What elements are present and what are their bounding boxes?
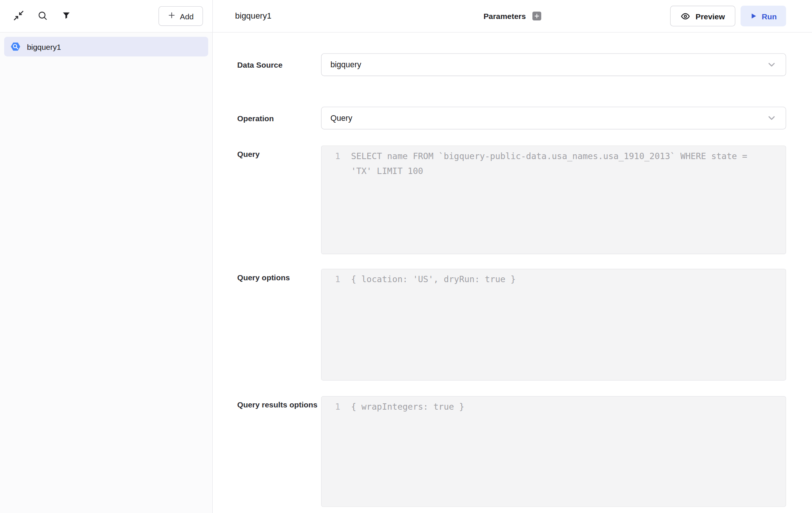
bigquery-icon [10, 41, 21, 52]
add-query-button-label: Add [180, 12, 194, 20]
query-list-item-label: bigquery1 [27, 42, 61, 51]
query-results-options-row: Query results options 1 { wrapIntegers: … [237, 396, 786, 507]
add-parameter-button[interactable] [532, 12, 541, 20]
data-source-select[interactable]: bigquery [321, 53, 786, 76]
plus-icon [534, 13, 540, 19]
query-results-options-placeholder: { wrapIntegers: true } [342, 399, 786, 414]
line-number: 1 [322, 399, 342, 414]
query-options-label: Query options [237, 269, 321, 285]
parameters-group: Parameters [483, 12, 541, 20]
play-icon [750, 12, 757, 20]
eye-icon [680, 11, 690, 21]
preview-button[interactable]: Preview [670, 6, 735, 26]
query-sidebar: Add bigquery1 [0, 0, 213, 513]
sidebar-toolbar: Add [0, 0, 212, 33]
operation-value: Query [331, 113, 352, 123]
query-form: Data Source bigquery Operation [213, 33, 812, 513]
plus-icon [168, 12, 176, 21]
filter-button[interactable] [60, 10, 72, 22]
operation-row: Operation Query [237, 107, 786, 129]
collapse-diagonal-icon [13, 10, 25, 23]
data-source-row: Data Source bigquery [237, 53, 786, 76]
chevron-down-icon [766, 113, 777, 123]
query-header: bigquery1 Parameters [213, 0, 812, 33]
query-options-editor[interactable]: 1 { location: 'US', dryRun: true } [321, 269, 786, 381]
operation-select[interactable]: Query [321, 107, 786, 129]
data-source-label: Data Source [237, 57, 321, 72]
run-button-label: Run [762, 12, 777, 20]
filter-funnel-icon [62, 11, 71, 22]
header-actions: Preview Run [670, 6, 786, 26]
query-results-options-editor[interactable]: 1 { wrapIntegers: true } [321, 396, 786, 507]
search-icon [37, 10, 48, 22]
line-number: 1 [322, 149, 342, 164]
parameters-label: Parameters [483, 12, 526, 20]
line-number: 1 [322, 272, 342, 287]
run-button[interactable]: Run [741, 6, 786, 26]
page-title: bigquery1 [235, 12, 271, 21]
query-row: Query 1 SELECT name FROM `bigquery-publi… [237, 145, 786, 254]
data-source-value: bigquery [331, 60, 361, 70]
query-label: Query [237, 145, 321, 161]
query-code-placeholder: SELECT name FROM `bigquery-public-data.u… [342, 149, 786, 179]
add-query-button[interactable]: Add [159, 6, 203, 26]
preview-button-label: Preview [696, 12, 725, 20]
query-detail-panel: bigquery1 Parameters [213, 0, 812, 513]
operation-label: Operation [237, 110, 321, 125]
query-list: bigquery1 [0, 33, 212, 513]
query-options-placeholder: { location: 'US', dryRun: true } [342, 272, 786, 287]
query-results-options-label: Query results options [237, 396, 321, 412]
query-options-row: Query options 1 { location: 'US', dryRun… [237, 269, 786, 381]
collapse-panel-button[interactable] [12, 10, 25, 22]
query-code-editor[interactable]: 1 SELECT name FROM `bigquery-public-data… [321, 145, 786, 254]
chevron-down-icon [766, 59, 777, 70]
search-button[interactable] [36, 10, 48, 22]
query-editor-app: Add bigquery1 bigquery1 Parameters [0, 0, 812, 513]
query-list-item-bigquery1[interactable]: bigquery1 [4, 37, 208, 57]
